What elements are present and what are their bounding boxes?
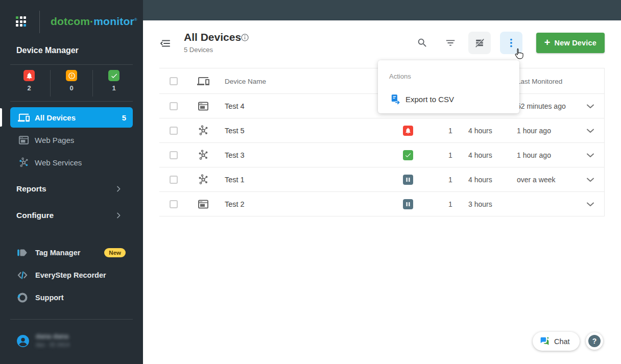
collapse-sidebar-icon[interactable] xyxy=(159,37,171,50)
sidebar-item-label: Web Pages xyxy=(35,136,74,144)
chat-label: Chat xyxy=(554,337,570,346)
target-count: 1 xyxy=(444,151,457,159)
actions-dropdown: Actions Export to CSV xyxy=(378,60,519,113)
sidebar-item-support[interactable]: Support xyxy=(16,290,127,305)
sidebar-item-web-pages[interactable]: Web Pages xyxy=(10,130,133,150)
plus-icon: + xyxy=(544,37,551,47)
monitoring-frequency: 4 hours xyxy=(468,151,492,159)
table-row[interactable]: Test 1 1 4 hours over a week xyxy=(159,167,604,192)
app-launcher-icon[interactable] xyxy=(16,16,27,28)
monitoring-frequency: 4 hours xyxy=(468,127,492,135)
table-row[interactable]: Test 2 1 3 hours xyxy=(159,192,604,216)
logo-row: dotcom·monitor® xyxy=(0,0,143,43)
device-name: Test 2 xyxy=(225,200,245,208)
status-alarm-badge xyxy=(403,126,413,136)
alarm-bell-icon xyxy=(23,70,35,81)
filter-button[interactable] xyxy=(440,33,461,53)
sidebar-item-tag-manager[interactable]: Tag Manager New xyxy=(16,245,127,260)
divider xyxy=(10,101,133,102)
web-services-icon xyxy=(18,157,30,168)
menu-item-label: Export to CSV xyxy=(405,95,454,104)
sidebar-section-reports[interactable]: Reports xyxy=(16,182,127,196)
more-actions-button[interactable] xyxy=(500,32,522,54)
sidebar-title: Device Manager xyxy=(16,46,79,55)
status-summary-ok[interactable]: 1 xyxy=(92,70,135,96)
last-monitored: 52 minutes ago xyxy=(517,102,566,110)
status-summary-warnings[interactable]: 0 xyxy=(50,70,92,96)
sidebar-item-all-devices[interactable]: All Devices 5 xyxy=(10,107,133,128)
device-name: Test 4 xyxy=(225,102,245,110)
status-paused-badge xyxy=(403,199,413,209)
device-name: Test 3 xyxy=(225,151,245,159)
tag-icon xyxy=(16,247,29,259)
select-all-checkbox[interactable] xyxy=(170,77,178,85)
last-monitored: 1 hour ago xyxy=(517,127,551,135)
sidebar-item-everystep-recorder[interactable]: EveryStep Recorder xyxy=(16,268,127,283)
divider xyxy=(10,64,133,65)
check-icon xyxy=(108,70,120,81)
chevron-down-icon[interactable] xyxy=(584,100,596,112)
chevron-down-icon[interactable] xyxy=(584,149,596,161)
warning-count: 0 xyxy=(69,84,73,92)
row-checkbox[interactable] xyxy=(170,200,178,208)
search-button[interactable] xyxy=(412,33,433,53)
device-name: Test 5 xyxy=(225,127,245,135)
export-csv-icon xyxy=(390,93,401,105)
section-label: Reports xyxy=(16,184,46,193)
sidebar-item-label: All Devices xyxy=(35,113,76,122)
divider xyxy=(10,319,133,320)
device-type-icon xyxy=(197,125,209,137)
status-ok-badge xyxy=(403,150,413,160)
table-row[interactable]: Test 3 1 4 hours 1 hour ago xyxy=(159,143,604,167)
status-paused-badge xyxy=(403,175,413,185)
status-summary-alarms[interactable]: 2 xyxy=(8,70,50,96)
device-type-icon xyxy=(197,100,209,112)
info-icon[interactable] xyxy=(241,33,249,42)
device-count-subtitle: 5 Devices xyxy=(184,46,213,54)
page-title: All Devices xyxy=(184,31,241,43)
section-label: Configure xyxy=(16,211,54,220)
tool-label: Support xyxy=(35,294,64,302)
sidebar-item-web-services[interactable]: Web Services xyxy=(10,152,133,173)
row-checkbox[interactable] xyxy=(170,176,178,184)
new-device-button[interactable]: + New Device xyxy=(536,33,605,53)
user-name: dana dana xyxy=(36,332,68,340)
column-header-last-monitored[interactable]: Last Monitored xyxy=(517,77,562,85)
column-header-device-name[interactable]: Device Name xyxy=(225,77,266,85)
tool-label: Tag Manager xyxy=(35,249,80,257)
device-type-icon xyxy=(197,174,209,186)
help-button[interactable]: ? xyxy=(586,332,603,350)
chat-button[interactable]: Chat xyxy=(533,332,580,351)
sidebar: dotcom·monitor® Device Manager 2 0 xyxy=(0,0,143,364)
user-account[interactable]: dana dana das · ID 3414 xyxy=(16,331,129,351)
life-ring-icon xyxy=(16,292,29,304)
ok-count: 1 xyxy=(112,84,115,92)
chevron-down-icon[interactable] xyxy=(584,198,596,210)
sidebar-section-configure[interactable]: Configure xyxy=(16,208,127,223)
chevron-down-icon[interactable] xyxy=(584,125,596,137)
monitoring-frequency: 4 hours xyxy=(468,176,492,184)
web-page-icon xyxy=(18,134,30,146)
kebab-menu-icon xyxy=(506,37,517,48)
target-count: 1 xyxy=(444,176,457,184)
row-checkbox[interactable] xyxy=(170,127,178,135)
new-device-label: New Device xyxy=(555,39,597,47)
device-type-icon xyxy=(197,198,209,210)
active-indicator xyxy=(0,108,2,127)
last-monitored: 1 hour ago xyxy=(517,151,551,159)
chevron-right-icon xyxy=(114,211,123,220)
table-row[interactable]: Test 5 1 4 hours 1 hour ago xyxy=(159,118,604,143)
filter-icon xyxy=(445,37,456,48)
brand-logo[interactable]: dotcom·monitor® xyxy=(51,15,137,28)
row-checkbox[interactable] xyxy=(170,102,178,110)
tool-label: EveryStep Recorder xyxy=(35,271,106,279)
monitoring-frequency: 3 hours xyxy=(468,200,492,208)
chevron-down-icon[interactable] xyxy=(584,174,596,186)
hide-charts-button[interactable] xyxy=(468,32,491,54)
last-monitored: over a week xyxy=(517,176,555,184)
new-badge: New xyxy=(104,248,126,257)
user-id: das · ID 3414 xyxy=(36,342,69,348)
row-checkbox[interactable] xyxy=(170,151,178,159)
code-icon xyxy=(16,269,29,281)
menu-item-export-csv[interactable]: Export to CSV xyxy=(378,89,519,109)
